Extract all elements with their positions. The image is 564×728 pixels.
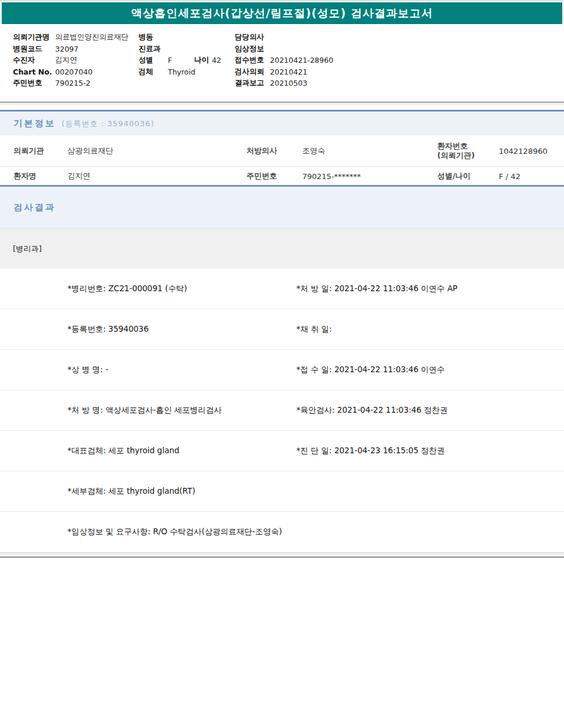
receipt-no-value: 20210421-28960 <box>270 56 333 65</box>
specimen-label: 검체 <box>139 67 168 77</box>
header-row-request-date: 검사의뢰 20210421 <box>235 66 333 78</box>
receipt-date-text: *접 수 일: 2021-04-22 11:03:46 이연수 <box>296 365 445 375</box>
ward-label: 병동 <box>139 32 168 42</box>
registration-number-text: *등록번호: 35940036 <box>67 324 148 335</box>
header-row-hospital-code: 병원코드 32097 <box>13 43 129 55</box>
resident-no-value: 790215-2 <box>55 79 90 87</box>
report-title: 액상흡인세포검사(갑상선/림프절)(성모) 검사결과보고서 <box>131 6 433 21</box>
sex-label: 성별 <box>139 55 168 65</box>
report-page: { "title": "액상흡인세포검사(갑상선/림프절)(성모) 검사결과보고… <box>0 0 564 728</box>
header-row-sex-age: 성별 F 나이 42 <box>139 55 221 66</box>
result-row-clinical-request: *임상정보 및 요구사항: R/O 수탁검사(삼광의료재단-조영숙) <box>0 512 564 552</box>
representative-specimen-text: *대표검체: 세포 thyroid gland <box>67 446 180 456</box>
report-date-value: 20210503 <box>270 79 308 87</box>
prescription-name-text: *처 방 명: 액상세포검사-흡인 세포병리검사 <box>67 405 222 416</box>
hospital-code-value: 32097 <box>55 45 79 53</box>
report-title-bar: 액상흡인세포검사(갑상선/림프절)(성모) 검사결과보고서 <box>2 2 562 24</box>
header-row-resident-no: 주민번호 790215-2 <box>13 77 129 89</box>
sex-value: F <box>168 56 194 65</box>
header-row-ward: 병동 <box>139 32 221 43</box>
header-row-attending-doctor: 담당의사 <box>235 32 333 43</box>
patient-number-label-line1: 환자번호 <box>437 141 468 150</box>
result-row-pathology-number: *병리번호: ZC21-000091 (수탁) *처 방 일: 2021-04-… <box>0 269 564 309</box>
pathology-department-band: [병리과] <box>0 228 564 269</box>
header-row-department: 진료과 <box>139 43 221 55</box>
detail-specimen-text: *세부검체: 세포 thyroid gland(RT) <box>67 486 195 497</box>
institution-label: 의뢰기관명 <box>13 32 55 42</box>
page-top-divider <box>0 0 564 1</box>
age-value: 42 <box>212 56 221 65</box>
header-row-report-date: 결과보고 20210503 <box>235 77 333 89</box>
patient-label: 수진자 <box>13 55 55 65</box>
patient-name-label: 환자명 <box>13 171 36 181</box>
attending-doctor-label: 담당의사 <box>235 32 270 42</box>
diagnosis-name-text: *상 병 명: - <box>67 365 109 375</box>
results-title: 검사결과 <box>13 202 56 213</box>
institution-value: 의료법인양진의료재단 <box>55 32 129 42</box>
header-row-specimen: 검체 Thyroid <box>139 66 221 78</box>
collection-date-text: *채 취 일: <box>296 324 332 335</box>
result-row-registration-number: *등록번호: 35940036 *채 취 일: <box>0 309 564 350</box>
chart-no-value: 00207040 <box>55 68 93 76</box>
header-row-receipt-no: 접수번호 20210421-28960 <box>235 55 333 66</box>
basic-info-registration-number: (등록번호 : 35940036) <box>62 119 154 129</box>
pathology-number-text: *병리번호: ZC21-000091 (수탁) <box>67 284 187 294</box>
sex-age-value: F / 42 <box>499 171 521 180</box>
patient-value: 김지연 <box>55 55 77 65</box>
basic-info-title: 기본정보 <box>13 118 56 129</box>
result-row-detail-specimen: *세부검체: 세포 thyroid gland(RT) <box>0 471 564 512</box>
resident-number-value: 790215-******* <box>302 171 361 180</box>
clinical-info-label: 임상정보 <box>235 44 270 54</box>
patient-name-value: 김지연 <box>67 171 90 181</box>
request-date-label: 검사의뢰 <box>235 67 270 77</box>
specimen-value: Thyroid <box>168 68 195 76</box>
clinical-request-text: *임상정보 및 요구사항: R/O 수탁검사(삼광의료재단-조영숙) <box>67 527 282 537</box>
resident-number-label: 주민번호 <box>246 171 277 181</box>
prescribing-doctor-label: 처방의사 <box>246 146 277 156</box>
header-row-chart-no: Chart No. 00207040 <box>13 66 129 78</box>
report-date-label: 결과보고 <box>235 78 270 88</box>
patient-number-label: 환자번호(의뢰기관) <box>437 141 475 160</box>
results-section-header: 검사결과 <box>0 185 564 228</box>
report-bottom-divider <box>0 552 564 558</box>
sex-age-label: 성별/나이 <box>437 171 471 181</box>
basic-info-table-row-1: 의뢰기관 삼광의료재단 처방의사 조영숙 환자번호(의뢰기관) 10421289… <box>0 136 564 167</box>
patient-header-info: 의뢰기관명 의료법인양진의료재단 병원코드 32097 수진자 김지연 Char… <box>0 32 564 97</box>
header-row-patient: 수진자 김지연 <box>13 55 129 66</box>
pathology-department-label: [병리과] <box>13 244 42 254</box>
chart-no-label: Chart No. <box>13 68 55 76</box>
header-column-middle: 병동 진료과 성별 F 나이 42 검체 Thyroid <box>139 32 221 77</box>
gross-exam-text: *육안검사: 2021-04-22 11:03:46 정찬권 <box>296 405 448 416</box>
header-column-left: 의뢰기관명 의료법인양진의료재단 병원코드 32097 수진자 김지연 Char… <box>13 32 129 89</box>
diagnosis-date-text: *진 단 일: 2021-04-23 16:15:05 정찬권 <box>296 446 445 456</box>
age-label: 나이 <box>194 55 212 65</box>
hospital-code-label: 병원코드 <box>13 44 55 54</box>
header-row-institution: 의뢰기관명 의료법인양진의료재단 <box>13 32 129 43</box>
prescribing-doctor-value: 조영숙 <box>302 146 325 156</box>
prescription-date-text: *처 방 일: 2021-04-22 11:03:46 이연수 AP <box>296 284 458 294</box>
header-row-clinical-info: 임상정보 <box>235 43 333 55</box>
request-date-value: 20210421 <box>270 68 308 76</box>
referring-org-value: 삼광의료재단 <box>67 146 113 156</box>
patient-number-label-line2: (의뢰기관) <box>437 151 475 160</box>
resident-no-label: 주민번호 <box>13 78 55 88</box>
basic-info-table-row-2: 환자명 김지연 주민번호 790215-******* 성별/나이 F / 42 <box>0 167 564 185</box>
result-row-representative-specimen: *대표검체: 세포 thyroid gland *진 단 일: 2021-04-… <box>0 431 564 471</box>
patient-number-value: 1042128960 <box>499 147 548 156</box>
receipt-no-label: 접수번호 <box>235 55 270 65</box>
header-column-right: 담당의사 임상정보 접수번호 20210421-28960 검사의뢰 20210… <box>235 32 333 89</box>
referring-org-label: 의뢰기관 <box>13 146 44 156</box>
result-row-diagnosis-name: *상 병 명: - *접 수 일: 2021-04-22 11:03:46 이연… <box>0 350 564 390</box>
header-divider <box>0 102 564 105</box>
basic-info-section-header: 기본정보 (등록번호 : 35940036) <box>0 110 564 136</box>
result-row-prescription-name: *처 방 명: 액상세포검사-흡인 세포병리검사 *육안검사: 2021-04-… <box>0 390 564 431</box>
department-label: 진료과 <box>139 44 168 54</box>
